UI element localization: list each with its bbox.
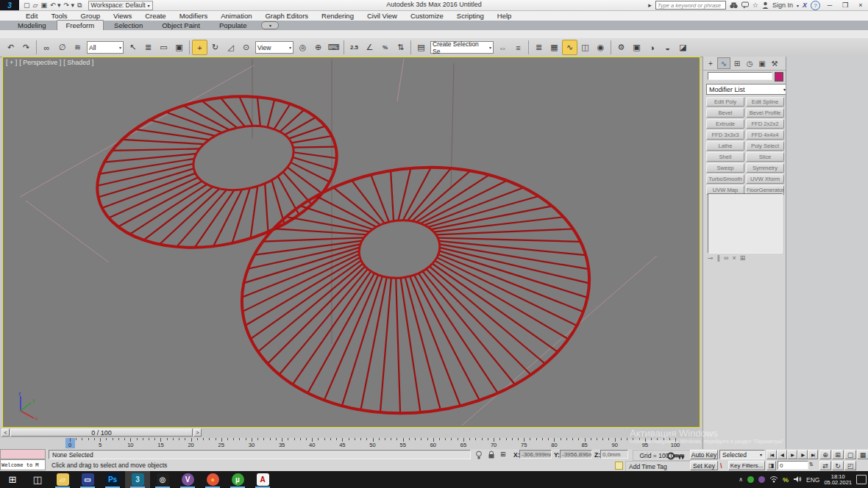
menu-scripting[interactable]: Scripting	[450, 12, 491, 20]
modifier-button-slice[interactable]: Slice	[746, 152, 784, 162]
network-wifi-icon[interactable]	[769, 476, 778, 484]
add-time-tag[interactable]: Add Time Tag	[625, 461, 694, 472]
prev-frame-button[interactable]: ◀|	[777, 450, 787, 459]
menu-rendering[interactable]: Rendering	[315, 12, 360, 20]
absolute-mode-icon[interactable]: ⊞	[500, 451, 512, 460]
redo-icon[interactable]: ↷	[18, 40, 34, 55]
select-by-name-icon[interactable]: ≣	[140, 40, 156, 55]
ribbon-display-dropdown[interactable]: ▾	[261, 21, 279, 29]
menu-animation[interactable]: Animation	[214, 12, 258, 20]
menu-tools[interactable]: Tools	[44, 12, 74, 20]
x-coord-field[interactable]: -306,999mm	[519, 450, 552, 459]
ribbon-tab-selection[interactable]: Selection	[105, 21, 152, 30]
exchange-apps-icon[interactable]: X	[803, 1, 807, 9]
modifier-stack-list[interactable]	[708, 193, 783, 254]
use-pivot-center-icon[interactable]: ◎	[295, 40, 310, 55]
modifier-list-dropdown[interactable]: Modifier List▾	[706, 84, 789, 95]
zoom-all-icon[interactable]: ⊞	[832, 450, 844, 459]
selection-lock-icon[interactable]	[488, 451, 495, 461]
material-editor-icon[interactable]: ◉	[593, 40, 608, 55]
search-input[interactable]: Type a keyword or phrase	[655, 1, 726, 10]
unlink-selection-icon[interactable]: ∅	[54, 40, 70, 55]
keyboard-override-icon[interactable]: ⌨	[326, 40, 341, 55]
select-scale-icon[interactable]: ◿	[223, 40, 238, 55]
go-end-button[interactable]: ▶|	[808, 450, 818, 459]
pin-stack-icon[interactable]: ⊸	[708, 254, 714, 262]
sign-in-person-icon[interactable]	[762, 1, 769, 9]
app-floppy[interactable]: ▭	[75, 471, 100, 488]
render-iterative-icon[interactable]: ◒	[660, 40, 675, 55]
ref-coord-dropdown[interactable]: View▾	[255, 41, 294, 54]
select-object-icon[interactable]: ↖	[125, 40, 140, 55]
ribbon-tab-modeling[interactable]: Modeling	[9, 21, 55, 30]
app-obs[interactable]: ◎	[150, 471, 175, 488]
ribbon-tab-freeform[interactable]: Freeform	[57, 20, 104, 30]
menu-graph-editors[interactable]: Graph Editors	[258, 12, 315, 20]
menu-create[interactable]: Create	[138, 12, 173, 20]
modifier-button-bevel-profile[interactable]: Bevel Profile	[746, 108, 784, 118]
favorites-star-icon[interactable]: ☆	[753, 1, 758, 9]
menu-help[interactable]: Help	[491, 12, 519, 20]
modifier-button-bevel[interactable]: Bevel	[706, 108, 744, 118]
new-file-icon[interactable]: ▢	[24, 1, 30, 9]
orbit-icon[interactable]: ↻	[832, 461, 844, 470]
ribbon-tab-populate[interactable]: Populate	[210, 21, 256, 30]
taskbar-clock[interactable]: 18:10 05.02.2021	[824, 474, 852, 486]
workspace-dropdown[interactable]: Workspace: Default▾	[88, 1, 153, 10]
percent-snap-icon[interactable]: %	[377, 40, 393, 55]
pan-icon[interactable]: ⇄	[819, 461, 831, 470]
project-folder-icon[interactable]: ⧉	[77, 1, 82, 10]
undo-icon[interactable]: ↶	[3, 40, 18, 55]
key-filter-slash-icon[interactable]: \	[720, 462, 722, 470]
battery-percent-icon[interactable]: %	[783, 476, 789, 484]
edit-named-selections-icon[interactable]: ▤	[413, 40, 429, 55]
auto-key-button[interactable]: Auto Key	[690, 450, 718, 459]
menu-civil-view[interactable]: Civil View	[360, 12, 404, 20]
menu-views[interactable]: Views	[107, 12, 138, 20]
menu-customize[interactable]: Customize	[404, 12, 450, 20]
zoom-extents-icon[interactable]: ▢	[844, 450, 856, 459]
time-slider-handle[interactable]: 0 / 100	[10, 428, 193, 437]
object-color-swatch[interactable]	[775, 72, 783, 82]
language-indicator[interactable]: ENG	[806, 476, 819, 484]
go-start-button[interactable]: |◀	[766, 450, 777, 459]
show-end-result-icon[interactable]: ∥	[717, 254, 721, 262]
modifier-button-edit-spline[interactable]: Edit Spline	[746, 97, 784, 107]
menu-modifiers[interactable]: Modifiers	[173, 12, 215, 20]
app-3dsmax[interactable]: 3	[125, 471, 150, 488]
frame-spinner[interactable]: ⇅	[809, 462, 814, 467]
time-slider[interactable]: < 0 / 100 >	[0, 428, 701, 439]
y-coord-field[interactable]: -3956,896m	[560, 450, 592, 459]
remove-modifier-icon[interactable]: ×	[732, 254, 736, 262]
utorrent-tray-icon[interactable]	[747, 476, 754, 483]
volume-icon[interactable]	[793, 476, 802, 484]
viber-tray-icon[interactable]	[758, 476, 765, 483]
restore-button[interactable]: ❒	[839, 1, 851, 9]
macro-recorder-pane[interactable]	[0, 449, 46, 459]
bind-spacewarp-icon[interactable]: ≋	[70, 40, 85, 55]
render-production-icon[interactable]: ◑	[644, 40, 660, 55]
track-bar[interactable]: 0510152025303540455055606570758085909510…	[0, 438, 701, 450]
viewport-shading-label[interactable]: [ Shaded ]	[63, 59, 93, 66]
selection-filter-dropdown[interactable]: All▾	[87, 41, 124, 54]
modifier-button-extrude[interactable]: Extrude	[706, 119, 744, 129]
sign-in-caret-icon[interactable]: ▾	[797, 3, 799, 8]
modifier-button-ffd-3x3x3[interactable]: FFD 3x3x3	[706, 130, 744, 140]
sign-in-link[interactable]: Sign In	[772, 1, 793, 9]
rect-selection-region-icon[interactable]: ▭	[156, 40, 171, 55]
set-key-button[interactable]: Set Key	[690, 461, 718, 470]
layer-manager-icon[interactable]: ≣	[531, 40, 547, 55]
window-crossing-icon[interactable]: ▣	[171, 40, 187, 55]
tab-motion[interactable]: ◷	[744, 58, 755, 68]
tab-hierarchy[interactable]: ⊞	[731, 58, 743, 68]
tab-display[interactable]: ▣	[756, 58, 768, 68]
play-button[interactable]: ▶	[787, 450, 797, 459]
set-keys-key-icon[interactable]	[666, 451, 686, 462]
select-place-icon[interactable]: ⊙	[238, 40, 254, 55]
start-button[interactable]: ⊞	[0, 471, 25, 488]
curve-editor-icon[interactable]: ∿	[562, 40, 577, 55]
align-icon[interactable]: ≡	[511, 40, 526, 55]
next-frame-button[interactable]: |▶	[797, 450, 808, 459]
select-manipulate-icon[interactable]: ⊕	[310, 40, 326, 55]
tab-modify[interactable]: ∿	[717, 57, 730, 69]
